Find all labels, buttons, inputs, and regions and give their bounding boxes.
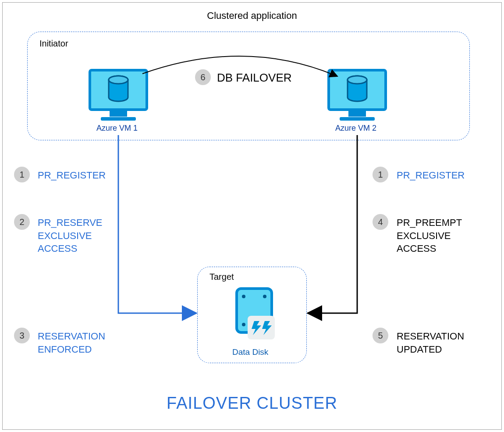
target-label: Target <box>209 272 234 282</box>
datadisk-label: Data Disk <box>232 347 268 357</box>
step-number: 1 <box>19 170 24 180</box>
step-text-left-3: RESERVATION ENFORCED <box>38 330 105 356</box>
step-number: 4 <box>378 217 383 227</box>
step-text-left-1: PR_REGISTER <box>38 169 106 182</box>
footer-title: FAILOVER CLUSTER <box>0 394 504 413</box>
step-text-right-3: RESERVATION UPDATED <box>397 330 464 356</box>
svg-point-12 <box>263 295 266 298</box>
datadisk-icon <box>228 285 280 346</box>
step-number: 2 <box>19 217 24 227</box>
svg-rect-15 <box>248 316 275 339</box>
step-number: 5 <box>378 331 383 341</box>
step-badge-right-1: 1 <box>373 167 388 182</box>
step-text-right-1: PR_REGISTER <box>397 169 465 182</box>
step-number: 1 <box>378 170 383 180</box>
step-badge-right-2: 4 <box>373 214 388 230</box>
step-badge-left-2: 2 <box>14 214 30 230</box>
step-badge-left-3: 3 <box>14 328 30 343</box>
step-number: 3 <box>19 331 24 341</box>
diagram-canvas: Clustered application Initiator Azure VM… <box>0 0 504 432</box>
svg-point-13 <box>242 323 245 326</box>
step-text-right-2: PR_PREEMPT EXCLUSIVE ACCESS <box>397 216 462 255</box>
step-text-left-2: PR_RESERVE EXCLUSIVE ACCESS <box>38 216 103 255</box>
step-badge-right-3: 5 <box>373 328 388 343</box>
svg-point-11 <box>242 295 245 298</box>
step-badge-left-1: 1 <box>14 167 30 182</box>
